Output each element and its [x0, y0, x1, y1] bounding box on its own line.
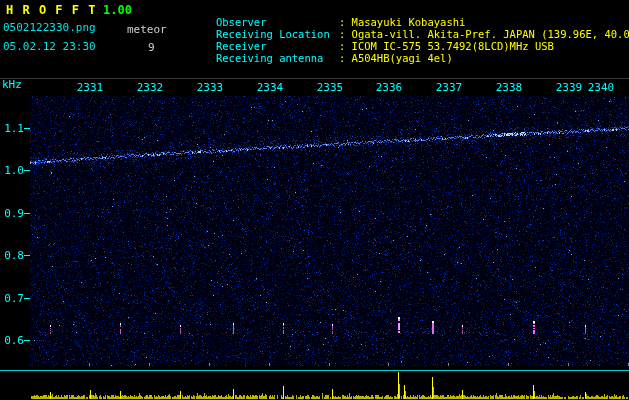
info-label: Receiving antenna	[216, 52, 339, 64]
time-tick-label: 2339	[556, 81, 583, 94]
info-row-observer: Observer: Masayuki Kobayashi	[178, 4, 629, 16]
freq-axis-unit: kHz	[2, 79, 22, 90]
meteor-count-label: meteor	[127, 24, 167, 35]
observation-datetime: 05.02.12 23:30	[3, 41, 96, 52]
info-value: : ICOM IC-575 53.7492(8LCD)MHz USB	[339, 40, 554, 52]
time-tick-label: 2333	[197, 81, 224, 94]
time-tick-label: 2340	[588, 81, 615, 94]
station-info: Observer: Masayuki Kobayashi Receiving L…	[178, 4, 629, 52]
freq-tick-label: 0.9	[0, 207, 24, 220]
info-label: Receiving Location	[216, 28, 339, 40]
app-version: 1.00	[103, 4, 132, 16]
time-tick-label: 2334	[257, 81, 284, 94]
time-tick-label: 2338	[496, 81, 523, 94]
info-label: Observer	[216, 16, 339, 28]
info-value: : A504HB(yagi 4el)	[339, 52, 453, 64]
freq-tick-label: 1.1	[0, 122, 24, 135]
time-tick-label: 2336	[376, 81, 403, 94]
info-value: : Masayuki Kobayashi	[339, 16, 465, 28]
hrofft-screen: H R O F F T 1.00 0502122330.png 05.02.12…	[0, 0, 629, 400]
time-tick-label: 2335	[317, 81, 344, 94]
freq-tick-label: 1.0	[0, 164, 24, 177]
time-tick-label: 2337	[436, 81, 463, 94]
time-tick-label: 2332	[137, 81, 164, 94]
freq-tick-label: 0.8	[0, 249, 24, 262]
info-label: Receiver	[216, 40, 339, 52]
output-filename: 0502122330.png	[3, 22, 96, 33]
freq-tick-label: 0.7	[0, 292, 24, 305]
freq-tick-label: 0.6	[0, 334, 24, 347]
meteor-count-value: 9	[148, 42, 155, 53]
time-tick-label: 2331	[77, 81, 104, 94]
info-value: : Ogata-vill. Akita-Pref. JAPAN (139.96E…	[339, 28, 629, 40]
app-title: H R O F F T	[6, 4, 96, 16]
